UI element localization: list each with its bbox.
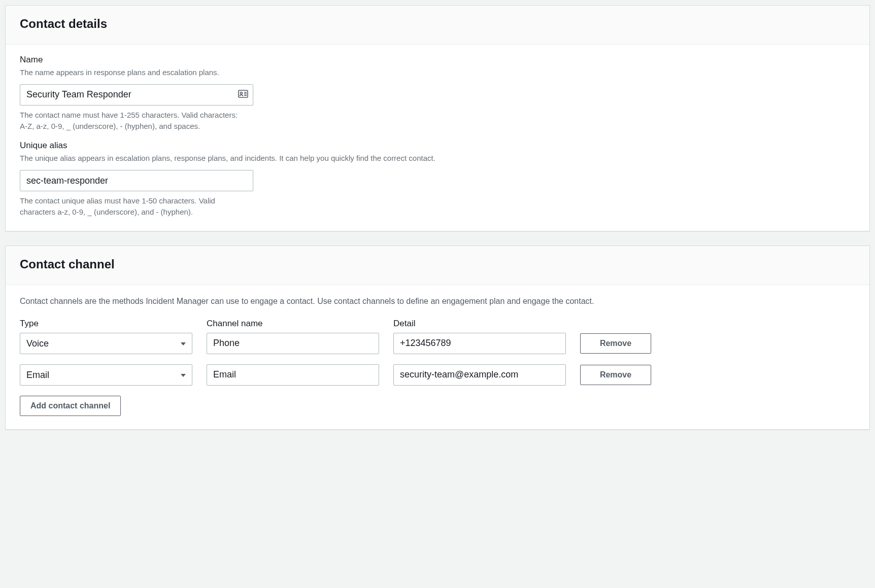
channel-name-input[interactable] (207, 364, 379, 386)
alias-description: The unique alias appears in escalation p… (20, 153, 855, 164)
channel-type-select[interactable]: Voice (20, 333, 192, 354)
name-description: The name appears in response plans and e… (20, 67, 855, 78)
remove-channel-button[interactable]: Remove (580, 333, 651, 354)
channel-type-select[interactable]: Email (20, 364, 192, 386)
channel-detail-input[interactable] (393, 333, 566, 354)
name-label: Name (20, 55, 855, 65)
name-field-group: Name The name appears in response plans … (20, 55, 855, 131)
remove-channel-button[interactable]: Remove (580, 365, 651, 385)
contact-channel-panel: Contact channel Contact channels are the… (5, 246, 870, 430)
channel-row: Voice Remove (20, 333, 855, 354)
contact-channel-description: Contact channels are the methods Inciden… (20, 295, 855, 307)
column-detail-label: Detail (393, 319, 566, 329)
contact-details-panel: Contact details Name The name appears in… (5, 5, 870, 231)
column-channel-name-label: Channel name (207, 319, 379, 329)
channel-name-input[interactable] (207, 333, 379, 354)
alias-input[interactable] (20, 170, 253, 191)
contact-channel-title: Contact channel (20, 257, 855, 271)
contact-channel-header: Contact channel (6, 246, 869, 285)
name-input[interactable] (20, 84, 253, 106)
alias-constraint: The contact unique alias must have 1-50 … (20, 195, 243, 218)
channel-detail-input[interactable] (393, 364, 566, 386)
channel-row: Email Remove (20, 364, 855, 386)
column-type-label: Type (20, 319, 192, 329)
name-constraint: The contact name must have 1-255 charact… (20, 110, 243, 132)
contact-details-title: Contact details (20, 17, 855, 31)
add-contact-channel-button[interactable]: Add contact channel (20, 396, 121, 416)
alias-field-group: Unique alias The unique alias appears in… (20, 141, 855, 217)
alias-label: Unique alias (20, 141, 855, 151)
contact-details-header: Contact details (6, 6, 869, 45)
